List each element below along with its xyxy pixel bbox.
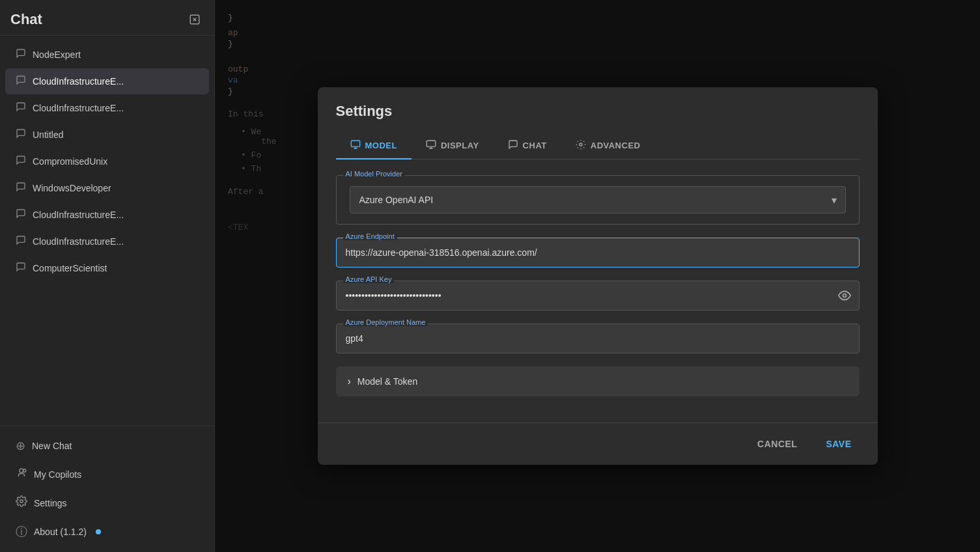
copilots-icon	[16, 467, 27, 482]
sidebar-item-cloudinfra3[interactable]: CloudInfrastructureE...	[5, 202, 209, 228]
tab-model[interactable]: MODEL	[336, 133, 412, 159]
sidebar-bottom: ⊕ New Chat My Copilots Settings	[0, 426, 214, 552]
chat-icon	[16, 102, 26, 115]
svg-point-5	[20, 500, 23, 503]
chat-icon	[16, 128, 26, 141]
api-key-input[interactable]	[337, 281, 859, 310]
api-key-field-label: Azure API Key	[343, 275, 395, 283]
expand-section-label: Model & Token	[357, 376, 417, 387]
settings-header: Settings MODEL	[318, 87, 878, 159]
sidebar-item-nodeexpert[interactable]: NodeExpert	[5, 42, 209, 68]
about-button[interactable]: ⓘ About (1.1.2)	[5, 518, 209, 546]
chat-tab-icon	[508, 139, 518, 152]
about-badge	[96, 529, 101, 534]
settings-modal: Settings MODEL	[318, 87, 878, 465]
chat-icon	[16, 155, 26, 168]
modal-overlay: Settings MODEL	[215, 0, 980, 552]
advanced-tab-icon	[576, 139, 586, 152]
provider-select-wrapper: Azure OpenAI API OpenAI API Anthropic Ol…	[350, 186, 846, 214]
display-tab-icon	[426, 139, 436, 152]
sidebar-item-label: NodeExpert	[33, 49, 81, 60]
sidebar-item-cloudinfra4[interactable]: CloudInfrastructureE...	[5, 228, 209, 255]
about-label: About (1.1.2)	[34, 527, 87, 537]
sidebar-item-cloudinfra1[interactable]: CloudInfrastructureE...	[5, 68, 209, 94]
deployment-field-label: Azure Deployment Name	[343, 318, 428, 326]
api-key-input-wrapper: Azure API Key	[336, 281, 860, 310]
svg-point-9	[843, 294, 846, 297]
endpoint-field-group: Azure Endpoint	[336, 238, 860, 268]
clear-chats-button[interactable]	[186, 10, 204, 29]
sidebar-item-label: CloudInfrastructureE...	[33, 76, 124, 87]
sidebar-item-label: CompromisedUnix	[33, 156, 107, 167]
chat-icon	[16, 48, 26, 61]
cancel-button[interactable]: CANCEL	[749, 434, 805, 454]
new-chat-button[interactable]: ⊕ New Chat	[5, 432, 209, 460]
chat-icon	[16, 182, 26, 195]
provider-box: AI Model Provider Azure OpenAI API OpenA…	[336, 175, 860, 225]
tab-display[interactable]: DISPLAY	[412, 133, 494, 159]
tab-chat[interactable]: CHAT	[494, 133, 561, 159]
settings-body: AI Model Provider Azure OpenAI API OpenA…	[318, 159, 878, 422]
sidebar-item-label: CloudInfrastructureE...	[33, 210, 124, 220]
svg-rect-6	[351, 141, 359, 146]
chat-list: NodeExpert CloudInfrastructureE... Cloud…	[0, 36, 214, 426]
deployment-input[interactable]	[337, 324, 859, 353]
save-button[interactable]: SAVE	[818, 434, 859, 454]
svg-point-8	[580, 143, 582, 146]
provider-select[interactable]: Azure OpenAI API OpenAI API Anthropic Ol…	[350, 186, 846, 214]
expand-chevron-icon: ›	[348, 376, 351, 387]
settings-tabs: MODEL DISPLAY	[336, 133, 860, 159]
tab-advanced-label: ADVANCED	[591, 141, 641, 150]
provider-field-group: AI Model Provider Azure OpenAI API OpenA…	[336, 175, 860, 225]
settings-label: Settings	[34, 498, 67, 508]
svg-rect-7	[427, 141, 435, 146]
new-chat-label: New Chat	[32, 441, 72, 451]
sidebar-item-untitled[interactable]: Untitled	[5, 122, 209, 148]
my-copilots-label: My Copilots	[34, 469, 81, 480]
new-chat-icon: ⊕	[16, 439, 25, 453]
deployment-field-group: Azure Deployment Name	[336, 324, 860, 353]
toggle-visibility-button[interactable]	[838, 289, 851, 302]
endpoint-field-label: Azure Endpoint	[343, 232, 397, 240]
provider-box-label: AI Model Provider	[343, 170, 405, 178]
sidebar-item-label: Untitled	[33, 130, 63, 140]
svg-point-4	[23, 469, 26, 473]
tab-display-label: DISPLAY	[441, 141, 479, 150]
settings-button[interactable]: Settings	[5, 489, 209, 517]
chat-icon	[16, 208, 26, 221]
sidebar-item-computerscientist[interactable]: ComputerScientist	[5, 255, 209, 281]
api-key-field-group: Azure API Key	[336, 281, 860, 310]
about-icon: ⓘ	[16, 524, 27, 540]
deployment-input-wrapper: Azure Deployment Name	[336, 324, 860, 353]
chat-icon	[16, 262, 26, 275]
chat-icon	[16, 75, 26, 88]
sidebar-item-cloudinfra2[interactable]: CloudInfrastructureE...	[5, 95, 209, 121]
sidebar-item-windowsdeveloper[interactable]: WindowsDeveloper	[5, 175, 209, 201]
sidebar-item-label: WindowsDeveloper	[33, 183, 111, 193]
sidebar-item-label: CloudInfrastructureE...	[33, 103, 124, 113]
tab-advanced[interactable]: ADVANCED	[561, 133, 655, 159]
endpoint-input[interactable]	[337, 238, 859, 267]
tab-chat-label: CHAT	[523, 141, 547, 150]
settings-modal-title: Settings	[336, 103, 860, 120]
tab-model-label: MODEL	[365, 141, 397, 150]
chat-icon	[16, 235, 26, 248]
settings-footer: CANCEL SAVE	[318, 422, 878, 465]
model-tab-icon	[350, 139, 361, 152]
main-area: } ap } outp va } In this • We the • Fo •…	[215, 0, 980, 552]
settings-icon	[16, 495, 27, 510]
endpoint-input-wrapper: Azure Endpoint	[336, 238, 860, 268]
sidebar-title: Chat	[10, 11, 42, 28]
model-token-section[interactable]: › Model & Token	[336, 366, 860, 396]
my-copilots-button[interactable]: My Copilots	[5, 460, 209, 488]
sidebar-item-compromisedunix[interactable]: CompromisedUnix	[5, 148, 209, 174]
sidebar-header: Chat	[0, 0, 214, 36]
sidebar: Chat NodeExpert CloudInfrastructureE...	[0, 0, 215, 552]
sidebar-item-label: ComputerScientist	[33, 263, 107, 273]
sidebar-item-label: CloudInfrastructureE...	[33, 236, 124, 247]
